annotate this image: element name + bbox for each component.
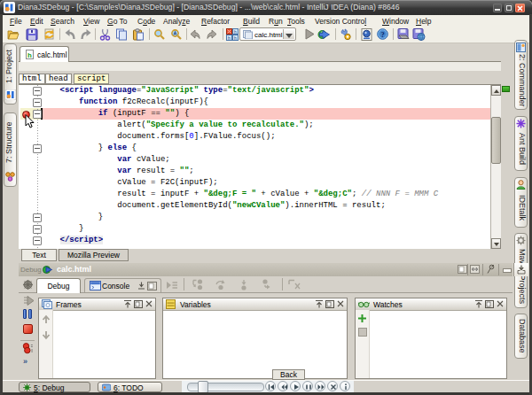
svg-text:?: ?: [380, 30, 384, 39]
svg-text:h: h: [27, 51, 32, 59]
svg-text:h: h: [228, 35, 231, 41]
svg-text:h: h: [234, 35, 237, 41]
svg-text:h: h: [234, 29, 237, 35]
